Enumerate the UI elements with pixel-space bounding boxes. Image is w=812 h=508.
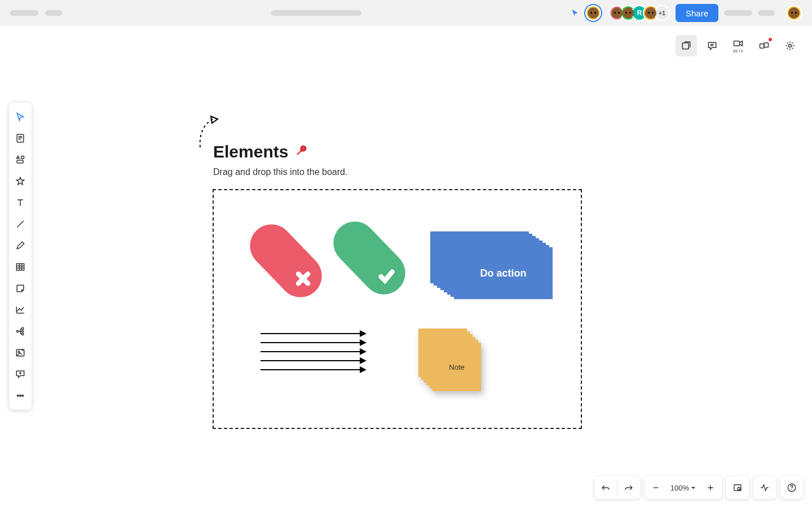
sticky-note-label: Note <box>449 363 464 371</box>
arrow-element[interactable] <box>261 333 365 334</box>
collaborator-avatars: R +1 <box>585 5 670 21</box>
redo-icon <box>624 483 634 493</box>
placeholder <box>45 10 62 16</box>
placeholder <box>758 10 775 16</box>
placeholder <box>10 10 38 16</box>
canvas[interactable]: Elements Drag and drop this into the boa… <box>0 26 812 508</box>
arrow-element[interactable] <box>261 351 365 352</box>
minus-icon <box>651 483 661 493</box>
activity-icon <box>760 483 770 493</box>
section-title[interactable]: Elements <box>213 142 307 161</box>
undo-icon <box>601 483 611 493</box>
avatar-overflow[interactable]: +1 <box>654 5 670 21</box>
action-card-label: Do action <box>480 268 526 279</box>
arrow-element[interactable] <box>261 342 365 343</box>
cross-icon <box>294 269 313 288</box>
bottom-bar: 100% <box>594 476 803 499</box>
element-action-card-stack[interactable]: Do action <box>430 231 554 299</box>
help-button[interactable] <box>780 476 803 499</box>
avatar-profile[interactable] <box>786 5 802 21</box>
zoom-in-button[interactable] <box>699 476 722 499</box>
zoom-level[interactable]: 100% <box>667 484 699 492</box>
sticky-note[interactable]: Note <box>433 343 481 391</box>
placeholder <box>724 10 752 16</box>
plus-icon <box>705 483 716 493</box>
minimap-icon <box>732 483 743 493</box>
arrow-element[interactable] <box>261 369 365 370</box>
pushpin-icon <box>288 140 312 164</box>
zoom-value: 100% <box>670 484 689 492</box>
top-bar: R +1 Share <box>0 0 812 26</box>
help-icon <box>787 483 797 493</box>
action-card[interactable]: Do action <box>454 247 553 299</box>
redo-button[interactable] <box>617 476 640 499</box>
avatar-self[interactable] <box>585 5 601 21</box>
zoom-out-button[interactable] <box>645 476 667 499</box>
svg-point-22 <box>791 489 792 490</box>
element-arrows[interactable] <box>261 333 365 370</box>
arrow-element[interactable] <box>261 360 365 361</box>
section-subtitle: Drag and drop this into the board. <box>213 167 347 177</box>
board-title-placeholder[interactable] <box>271 10 361 16</box>
section-title-text: Elements <box>213 142 288 161</box>
caret-down-icon <box>691 485 696 491</box>
activity-button[interactable] <box>753 476 776 499</box>
check-icon <box>377 266 396 286</box>
cursor-icon <box>571 8 580 17</box>
map-button[interactable] <box>726 476 749 499</box>
undo-button[interactable] <box>594 476 617 499</box>
share-button[interactable]: Share <box>676 4 718 22</box>
element-note-stack[interactable]: Note <box>418 329 483 393</box>
